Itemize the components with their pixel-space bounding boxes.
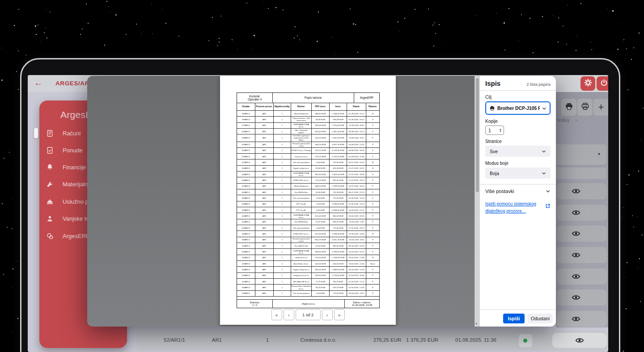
doc-cell: AR1 bbox=[255, 166, 274, 171]
doc-row: 52/AR1/1AR11Contessa d.o.o.275,25 EUR1 3… bbox=[237, 154, 379, 159]
doc-cell: 476,25 EUR bbox=[330, 285, 347, 290]
doc-cell: AR1 bbox=[255, 111, 274, 116]
doc-row: 40/AR1/1AR11Tim računovodstvo0,00 EUR770… bbox=[237, 225, 379, 231]
doc-cell: 08.07.2025. 22:13 bbox=[347, 189, 366, 195]
doc-col-header: Partner: bbox=[291, 103, 312, 110]
status-chip bbox=[519, 334, 532, 347]
doc-cell: 270,00 EUR bbox=[312, 255, 330, 260]
offer-icon bbox=[46, 146, 54, 155]
doc-cell: AR1 bbox=[255, 142, 274, 147]
doc-cell: 1 bbox=[274, 148, 291, 153]
printer-icon bbox=[489, 105, 495, 111]
doc-cell: BTT S.p.A. bbox=[291, 201, 312, 207]
doc-cell: P bbox=[366, 134, 379, 141]
doc-cell: 54/AR1/1 bbox=[237, 142, 255, 147]
doc-cell: Auto Rafex d.o.o. bbox=[291, 261, 312, 266]
doc-row: 54/AR1/1AR11Hrvatski gimnastički savez58… bbox=[237, 142, 379, 148]
cell-proces: AR1 bbox=[212, 337, 222, 343]
view-row-button[interactable] bbox=[552, 333, 607, 348]
pages-label: Stranice bbox=[485, 139, 551, 144]
back-arrow-icon[interactable]: ← bbox=[34, 78, 42, 88]
doc-col-header: Iznos: bbox=[330, 103, 347, 110]
doc-cell: 1 bbox=[274, 225, 291, 230]
scrollbar-thumb[interactable] bbox=[476, 78, 479, 192]
doc-column-headers: Oznaka:Poslovni proces:Naplatni uređaj:P… bbox=[237, 103, 379, 111]
cell-pdv: 275,25 EUR bbox=[373, 337, 402, 343]
gear-icon bbox=[584, 78, 593, 89]
tablet-frame: ← ARGES/AR1/1 ArgesERP RačuniPonudeFinan… bbox=[20, 58, 620, 352]
doc-cell: 53/AR1/1 bbox=[237, 148, 255, 153]
doc-cell: AR1 bbox=[255, 184, 274, 189]
doc-cell: P bbox=[366, 184, 379, 189]
doc-cell: 38/AR1/1 bbox=[237, 237, 255, 243]
printer-select[interactable]: Brother DCP-J105 Printer bbox=[485, 101, 551, 115]
cancel-button[interactable]: Odustani bbox=[528, 314, 553, 323]
doc-row: 37/AR1/1AR11Givi LAGG Obrt42,50 EUR382,5… bbox=[237, 243, 379, 249]
doc-cell: Digital realty d.o.o. bbox=[291, 166, 312, 171]
prev-page-button[interactable]: ‹ bbox=[284, 309, 294, 320]
settings-button[interactable] bbox=[580, 76, 595, 91]
doc-cell: 1 bbox=[274, 285, 291, 290]
doc-row: 53/AR1/1AR11KONTO d.o.o. Požega232,21 EU… bbox=[237, 148, 379, 154]
doc-cell: AR1 bbox=[255, 237, 274, 243]
doc-cell: 1 bbox=[274, 249, 291, 254]
doc-cell: AR1 bbox=[255, 195, 274, 201]
doc-row: 55/AR1/1AR11Turistička agencija i organi… bbox=[237, 134, 379, 142]
doc-cell: 05.05.2025. 8:00 bbox=[347, 237, 366, 243]
doc-cell: 52/AR1/1 bbox=[237, 154, 255, 159]
doc-header-band: Korisnik:Operater 4 Popis računa: ArgesE… bbox=[237, 93, 379, 103]
cloche-icon bbox=[46, 197, 54, 206]
preview-scrollbar[interactable]: ▾ bbox=[475, 76, 480, 327]
doc-col-header: Naplatni uređaj: bbox=[274, 103, 291, 110]
first-page-button[interactable]: « bbox=[271, 309, 282, 320]
table-row[interactable]: 52/AR1/1 AR1 1 Contessa d.o.o. 275,25 EU… bbox=[136, 331, 607, 351]
doc-cell: Hrvatski gimnastički savez bbox=[291, 142, 312, 147]
doc-cell: Contessa d.o.o. bbox=[291, 154, 312, 159]
doc-cell: 0,00 EUR bbox=[312, 159, 330, 165]
copies-input[interactable]: 1 ▲▼ bbox=[485, 126, 504, 135]
system-dialog-link[interactable]: Ispiši pomoću sistemskog dijaloškog proz… bbox=[485, 201, 543, 214]
pages-select[interactable]: Sve bbox=[485, 146, 551, 157]
doc-cell: 03.06.2025. 19:15 bbox=[347, 213, 366, 218]
doc-title-cell: Popis računa: bbox=[273, 93, 354, 103]
doc-cell: 0,00 EUR bbox=[312, 207, 330, 213]
doc-cell: 55/AR1/1 bbox=[237, 134, 255, 141]
print-button[interactable]: Ispiši bbox=[503, 314, 525, 323]
doc-col-header: Poslovni proces: bbox=[255, 103, 274, 110]
doc-cell: 59/AR1/1 bbox=[237, 111, 255, 116]
next-page-button[interactable]: › bbox=[322, 309, 333, 320]
doc-cell: PharmaTales Solutions d.o.o. bbox=[291, 285, 312, 290]
doc-cell: 1 bbox=[274, 231, 291, 236]
color-mode-select[interactable]: Boja bbox=[485, 168, 551, 179]
logout-button[interactable] bbox=[597, 76, 608, 91]
eye-icon bbox=[575, 335, 585, 345]
stepper-icon[interactable]: ▲▼ bbox=[499, 128, 504, 132]
dialog-footer: Ispiši Odustani bbox=[480, 310, 556, 327]
doc-cell: P bbox=[366, 148, 379, 153]
active-item-indicator bbox=[34, 128, 38, 138]
last-page-button[interactable]: » bbox=[334, 309, 345, 320]
doc-row: 43/AR1/1AR11FTT S.p.A.0,00 EUR5 088,00 E… bbox=[237, 207, 379, 213]
doc-cell: AR1 bbox=[255, 255, 274, 260]
doc-gap bbox=[237, 297, 379, 300]
doc-cell: P bbox=[366, 201, 379, 207]
cell-oznaka: 52/AR1/1 bbox=[164, 337, 185, 343]
doc-cell: 28.04.2025. 22:40 bbox=[347, 243, 366, 248]
doc-cell: 30/AR1/1 bbox=[237, 285, 255, 290]
doc-row: 47/AR1/1AR11Nikola Radinović488,00 EUR2 … bbox=[237, 184, 379, 189]
doc-cell: SUNČANA VUNA d.o.o. bbox=[291, 172, 312, 177]
doc-cell: 2 188,00 EUR bbox=[330, 111, 347, 116]
print-dialog: Ispis 2 lista papira Cilj Brother DCP-J1… bbox=[480, 76, 556, 327]
doc-cell: EXELIGGO d.o.o. bbox=[291, 231, 312, 236]
scrollbar-down-arrow[interactable]: ▾ bbox=[475, 322, 477, 326]
doc-cell: 1 bbox=[274, 267, 291, 272]
doc-cell: 45,38 EUR bbox=[312, 189, 330, 195]
doc-cell: 400,00 EUR bbox=[330, 261, 347, 266]
more-settings-toggle[interactable]: Više postavki bbox=[485, 184, 551, 198]
doc-cell: 31.08.2025. 20:47 bbox=[347, 117, 366, 122]
receipt-icon bbox=[46, 129, 54, 138]
doc-cell: 429,00 EUR bbox=[312, 273, 330, 278]
doc-cell: 36/AR1/1 bbox=[237, 249, 255, 254]
doc-cell: 1 bbox=[274, 154, 291, 159]
doc-cell: FTT S.p.A. bbox=[291, 207, 312, 213]
